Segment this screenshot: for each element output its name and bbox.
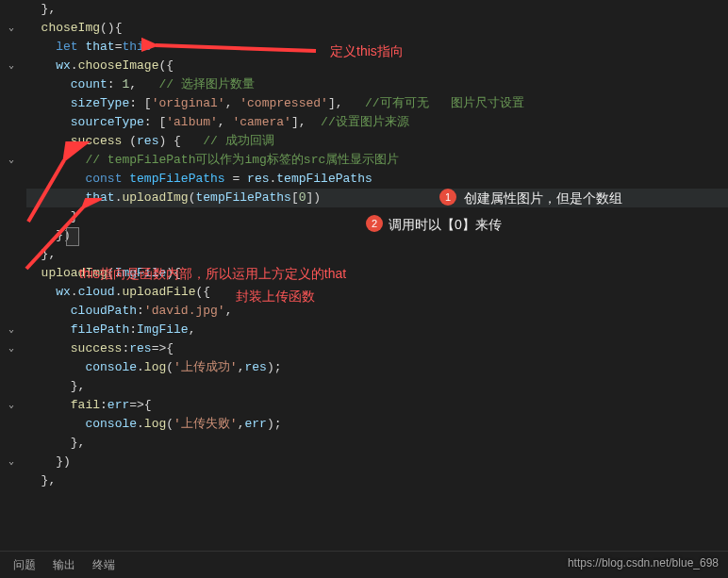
code-line: wx.chooseImage({ bbox=[26, 57, 728, 75]
fold-gutter: ⌄ ⌄ ⌄ ⌄ ⌄ ⌄ ⌄ bbox=[0, 0, 23, 547]
code-line: }, bbox=[26, 434, 728, 453]
fold-chevron-icon[interactable]: ⌄ bbox=[6, 23, 17, 34]
annotation-badge: 1 bbox=[439, 189, 456, 206]
fold-chevron-icon[interactable]: ⌄ bbox=[6, 155, 17, 166]
code-line: sourceType: ['album', 'camera'], //设置图片来… bbox=[26, 113, 728, 132]
tab-terminal[interactable]: 终端 bbox=[92, 555, 115, 574]
code-line: count: 1, // 选择图片数量 bbox=[26, 75, 728, 94]
code-line: fail:err=>{ bbox=[26, 396, 728, 415]
tab-output[interactable]: 输出 bbox=[53, 555, 75, 574]
code-line-highlighted: that.uploadImg(tempFilePaths[0]) bbox=[26, 189, 728, 207]
fold-chevron-icon[interactable]: ⌄ bbox=[6, 324, 17, 336]
fold-chevron-icon[interactable]: ⌄ bbox=[6, 60, 17, 72]
watermark-text: https://blog.csdn.net/blue_698 bbox=[568, 553, 719, 572]
code-line: }, bbox=[26, 471, 728, 490]
code-line: }) bbox=[26, 453, 728, 471]
code-editor[interactable]: ⌄ ⌄ ⌄ ⌄ ⌄ ⌄ ⌄ }, choseImg(){ let that=th… bbox=[0, 0, 728, 490]
bracket-match-box bbox=[66, 227, 79, 246]
fold-chevron-icon[interactable]: ⌄ bbox=[6, 400, 17, 411]
annotation-badge: 2 bbox=[366, 215, 383, 232]
code-line: }, bbox=[26, 245, 728, 264]
code-line: cloudPath:'david.jpg', bbox=[26, 302, 728, 321]
code-line: // tempFilePath可以作为img标签的src属性显示图片 bbox=[26, 151, 728, 170]
code-line: success:res=>{ bbox=[26, 339, 728, 358]
fold-chevron-icon[interactable]: ⌄ bbox=[6, 343, 17, 355]
code-line: success (res) { // 成功回调 bbox=[26, 132, 728, 151]
code-line: console.log('上传成功',res); bbox=[26, 358, 728, 377]
code-line: filePath:ImgFile, bbox=[26, 321, 728, 339]
code-line: }, bbox=[26, 377, 728, 396]
code-line: sizeType: ['original', 'compressed'], //… bbox=[26, 94, 728, 113]
code-line: let that=this bbox=[26, 38, 728, 57]
tab-problems[interactable]: 问题 bbox=[13, 555, 36, 574]
code-line: const tempFilePaths = res.tempFilePaths bbox=[26, 170, 728, 189]
code-line: console.log('上传失败',err); bbox=[26, 415, 728, 434]
code-line: wx.cloud.uploadFile({ bbox=[26, 283, 728, 302]
fold-chevron-icon[interactable]: ⌄ bbox=[6, 456, 17, 468]
code-line: }, bbox=[26, 0, 728, 19]
code-line: choseImg(){ bbox=[26, 19, 728, 38]
code-line: uploadImg(ImgFile){ bbox=[26, 264, 728, 283]
